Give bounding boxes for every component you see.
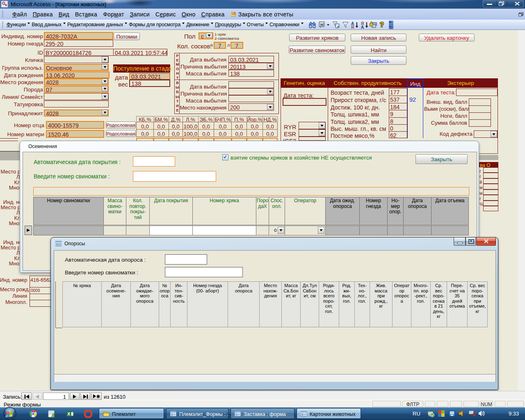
svg-text:А: А <box>361 25 364 29</box>
svg-text:X: X <box>67 411 71 416</box>
svg-text:W: W <box>320 23 324 27</box>
svg-text:Я: Я <box>351 25 354 29</box>
